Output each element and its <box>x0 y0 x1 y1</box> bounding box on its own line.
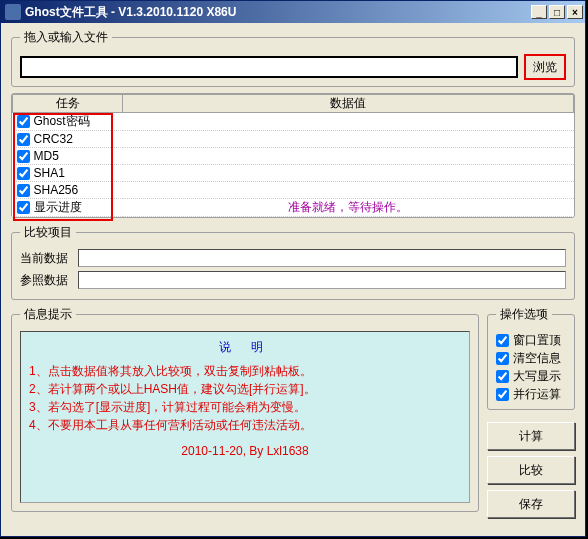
info-legend: 信息提示 <box>20 306 76 323</box>
app-icon <box>5 4 21 20</box>
task-label: CRC32 <box>34 132 73 146</box>
options-legend: 操作选项 <box>496 306 552 323</box>
ref-data-label: 参照数据 <box>20 272 74 289</box>
info-line: 2、若计算两个或以上HASH值，建议勾选[并行运算]。 <box>29 380 461 398</box>
options-group: 操作选项 窗口置顶清空信息大写显示并行运算 <box>487 306 575 410</box>
maximize-button[interactable]: □ <box>549 5 565 19</box>
option-label: 窗口置顶 <box>513 332 561 349</box>
option-checkbox[interactable] <box>496 370 509 383</box>
task-label: SHA256 <box>34 183 79 197</box>
task-value[interactable] <box>123 131 574 148</box>
task-row: 显示进度准备就绪，等待操作。 <box>13 199 574 217</box>
task-checkbox[interactable] <box>17 150 30 163</box>
compare-button[interactable]: 比较 <box>487 456 575 484</box>
col-task: 任务 <box>13 95 123 113</box>
right-column: 操作选项 窗口置顶清空信息大写显示并行运算 计算 比较 保存 <box>487 306 575 518</box>
option-checkbox[interactable] <box>496 352 509 365</box>
info-line: 4、不要用本工具从事任何营利活动或任何违法活动。 <box>29 416 461 434</box>
info-group: 信息提示 说 明 1、点击数据值将其放入比较项，双击复制到粘帖板。2、若计算两个… <box>11 306 479 512</box>
option-row: 窗口置顶 <box>496 331 566 349</box>
task-label: Ghost密码 <box>34 114 90 128</box>
task-value[interactable] <box>123 182 574 199</box>
task-group: 任务 数据值 Ghost密码CRC32MD5SHA1SHA256显示进度准备就绪… <box>11 93 575 218</box>
compare-group: 比较项目 当前数据 参照数据 <box>11 224 575 300</box>
compare-legend: 比较项目 <box>20 224 76 241</box>
task-checkbox[interactable] <box>17 184 30 197</box>
task-row: SHA256 <box>13 182 574 199</box>
close-button[interactable]: × <box>567 5 583 19</box>
info-footer: 2010-11-20, By Lxl1638 <box>29 442 461 460</box>
file-path-input[interactable] <box>20 56 518 78</box>
minimize-button[interactable]: _ <box>531 5 547 19</box>
file-group: 拖入或输入文件 浏览 <box>11 29 575 87</box>
task-label: 显示进度 <box>34 200 82 214</box>
option-label: 清空信息 <box>513 350 561 367</box>
task-row: Ghost密码 <box>13 113 574 131</box>
current-data-input[interactable] <box>78 249 566 267</box>
task-value[interactable]: 准备就绪，等待操作。 <box>123 199 574 217</box>
info-line: 3、若勾选了[显示进度]，计算过程可能会稍为变慢。 <box>29 398 461 416</box>
content-area: 拖入或输入文件 浏览 任务 数据值 Ghost密码CRC32MD5SHA1SHA… <box>1 23 585 524</box>
task-label: SHA1 <box>34 166 65 180</box>
info-panel: 说 明 1、点击数据值将其放入比较项，双击复制到粘帖板。2、若计算两个或以上HA… <box>20 331 470 503</box>
task-checkbox[interactable] <box>17 115 30 128</box>
info-line: 1、点击数据值将其放入比较项，双击复制到粘帖板。 <box>29 362 461 380</box>
main-window: Ghost文件工具 - V1.3.2010.1120 X86U _ □ × 拖入… <box>0 0 586 537</box>
task-row: SHA1 <box>13 165 574 182</box>
task-checkbox[interactable] <box>17 167 30 180</box>
task-checkbox[interactable] <box>17 201 30 214</box>
option-row: 清空信息 <box>496 349 566 367</box>
task-row: CRC32 <box>13 131 574 148</box>
col-value: 数据值 <box>123 95 574 113</box>
option-row: 大写显示 <box>496 367 566 385</box>
option-row: 并行运算 <box>496 385 566 403</box>
ref-data-input[interactable] <box>78 271 566 289</box>
task-row: MD5 <box>13 148 574 165</box>
option-label: 大写显示 <box>513 368 561 385</box>
save-button[interactable]: 保存 <box>487 490 575 518</box>
file-legend: 拖入或输入文件 <box>20 29 112 46</box>
task-value[interactable] <box>123 113 574 131</box>
task-label: MD5 <box>34 149 59 163</box>
task-value[interactable] <box>123 165 574 182</box>
info-heading: 说 明 <box>29 338 461 356</box>
browse-button[interactable]: 浏览 <box>524 54 566 80</box>
calc-button[interactable]: 计算 <box>487 422 575 450</box>
titlebar: Ghost文件工具 - V1.3.2010.1120 X86U _ □ × <box>1 1 585 23</box>
option-checkbox[interactable] <box>496 388 509 401</box>
task-checkbox[interactable] <box>17 133 30 146</box>
window-title: Ghost文件工具 - V1.3.2010.1120 X86U <box>25 4 236 21</box>
task-value[interactable] <box>123 148 574 165</box>
option-label: 并行运算 <box>513 386 561 403</box>
current-data-label: 当前数据 <box>20 250 74 267</box>
option-checkbox[interactable] <box>496 334 509 347</box>
